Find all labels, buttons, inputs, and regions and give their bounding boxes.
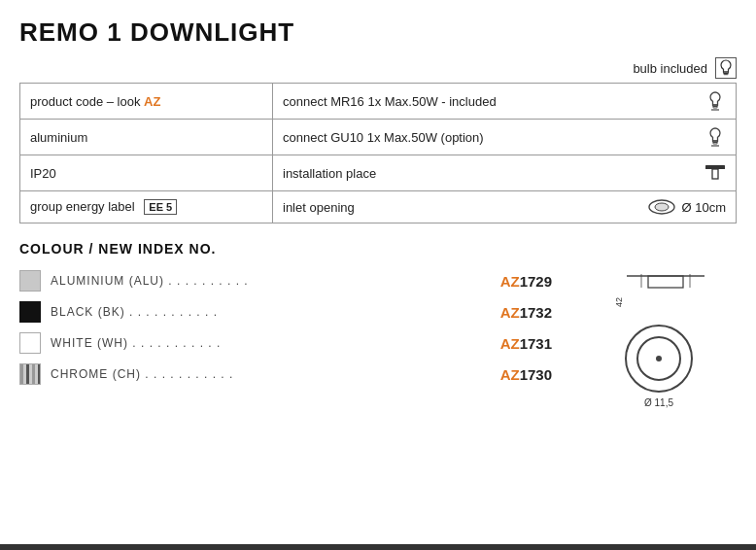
spec-right-2: connect GU10 1x Max.50W (option) (273, 120, 737, 155)
svg-rect-1 (724, 74, 728, 75)
energy-badge: EE 5 (144, 199, 177, 215)
spec-right-4-content: inlet opening Ø 10cm (283, 198, 726, 216)
specs-table: product code – look AZ connect MR16 1x M… (19, 83, 737, 223)
inlet-icon (648, 198, 675, 216)
colour-code-1: AZ1732 (500, 304, 552, 321)
colour-code-2: AZ1731 (500, 335, 552, 352)
inlet-diameter: Ø 10cm (681, 200, 726, 215)
diagram-circle-container: Ø 11,5 (625, 325, 693, 408)
profile-svg (627, 274, 704, 303)
colour-name-3: CHROME (CH) . . . . . . . . . . . (51, 367, 491, 381)
spec-row-1: product code – look AZ connect MR16 1x M… (20, 84, 737, 120)
spec-right-1-text: connect MR16 1x Max.50W - included (283, 94, 497, 109)
spec-right-2-text: connect GU10 1x Max.50W (option) (283, 130, 484, 145)
diagram-profile-shape (627, 274, 704, 307)
bulb-included-row: bulb included (19, 57, 737, 79)
section-title: COLOUR / NEW INDEX NO. (19, 241, 737, 257)
colour-code-0: AZ1729 (500, 273, 552, 290)
list-item: WHITE (WH) . . . . . . . . . . . AZ1731 (19, 332, 552, 354)
spec-left-3: IP20 (20, 155, 273, 191)
svg-rect-3 (713, 107, 717, 109)
spec-row-2: aluminium connect GU10 1x Max.50W (optio… (20, 120, 737, 155)
diagram-circle-dot (656, 356, 662, 361)
colour-name-1: BLACK (BK) . . . . . . . . . . . (51, 305, 491, 319)
spec-left-1: product code – look AZ (20, 84, 273, 120)
colour-name-2: WHITE (WH) . . . . . . . . . . . (51, 336, 491, 350)
spec-row-3: IP20 installation place (20, 155, 737, 191)
swatch-white (19, 332, 41, 354)
list-item: BLACK (BK) . . . . . . . . . . . AZ1732 (19, 301, 552, 323)
bulb-included-label: bulb included (633, 61, 707, 76)
spec-left-4-text: group energy label (30, 199, 135, 214)
spec-right-1: connect MR16 1x Max.50W - included (273, 84, 737, 120)
spec-right-3: installation place (273, 155, 737, 191)
diagram-area: 42 (581, 270, 737, 408)
installation-icon (704, 162, 726, 184)
svg-point-11 (655, 203, 669, 211)
bulb-icon (715, 57, 737, 79)
colour-name-0: ALUMINIUM (ALU) . . . . . . . . . . (51, 274, 491, 288)
diagram-height-label: 42 (614, 297, 624, 307)
spec-right-4: inlet opening Ø 10cm (273, 191, 737, 223)
svg-rect-9 (712, 169, 718, 179)
svg-rect-13 (648, 276, 683, 288)
spec-right-4-text: inlet opening (283, 200, 355, 215)
lamp-icon-1 (704, 90, 726, 112)
product-title: REMO 1 DOWNLIGHT (19, 17, 737, 48)
spec-left-1-text: product code – look (30, 94, 140, 109)
swatch-chrome (19, 363, 41, 385)
colours-section: ALUMINIUM (ALU) . . . . . . . . . . AZ17… (19, 270, 737, 408)
colour-code-3: AZ1730 (500, 366, 552, 383)
spec-right-3-content: installation place (283, 162, 726, 184)
diagram-diameter-label: Ø 11,5 (644, 397, 673, 408)
spec-left-2: aluminium (20, 120, 273, 155)
svg-rect-6 (713, 143, 717, 145)
energy-badge-label: EE 5 (149, 201, 172, 213)
page: REMO 1 DOWNLIGHT bulb included product c… (0, 0, 756, 550)
diagram-circle-inner (636, 336, 681, 381)
list-item: ALUMINIUM (ALU) . . . . . . . . . . AZ17… (19, 270, 552, 292)
spec-right-2-content: connect GU10 1x Max.50W (option) (283, 126, 726, 148)
colour-list: ALUMINIUM (ALU) . . . . . . . . . . AZ17… (19, 270, 552, 408)
spec-left-4: group energy label EE 5 (20, 191, 273, 223)
spec-right-1-content: connect MR16 1x Max.50W - included (283, 90, 726, 112)
lamp-icon-2 (704, 126, 726, 148)
diagram-circle-outer (625, 325, 693, 393)
diagram-profile: 42 (614, 274, 704, 307)
swatch-black (19, 301, 41, 323)
spec-right-3-text: installation place (283, 166, 376, 181)
bottom-bar (0, 544, 756, 550)
list-item: CHROME (CH) . . . . . . . . . . . AZ1730 (19, 363, 552, 385)
spec-row-4: group energy label EE 5 inlet opening Ø … (20, 191, 737, 223)
swatch-aluminium (19, 270, 41, 292)
inlet-info: Ø 10cm (648, 198, 726, 216)
spec-left-1-code: AZ (144, 94, 160, 109)
